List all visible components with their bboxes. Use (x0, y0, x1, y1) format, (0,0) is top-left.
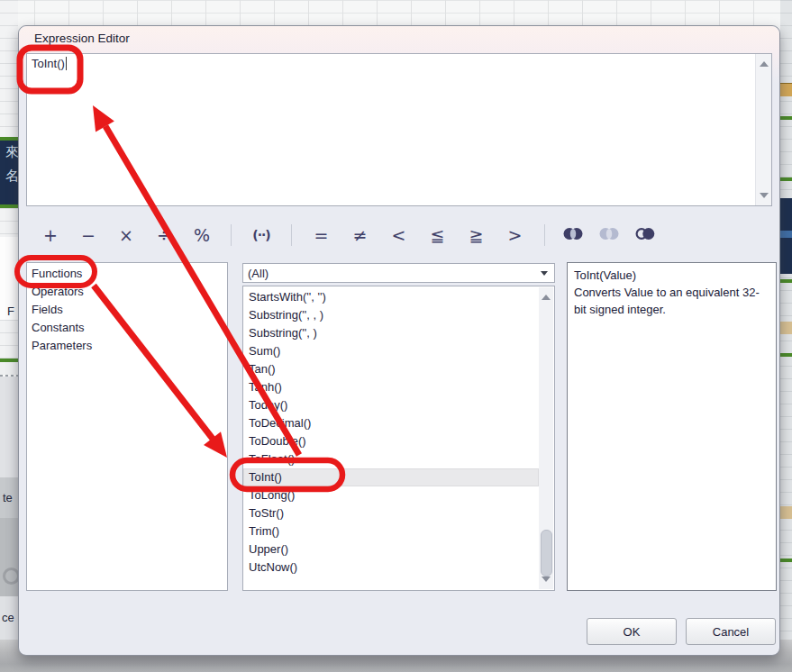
background-text: ce (2, 611, 14, 624)
text-cursor (66, 57, 67, 70)
expression-scrollbar[interactable] (755, 54, 771, 205)
expression-text: ToInt() (32, 57, 65, 70)
arithmetic-operator-button[interactable]: ÷ (145, 225, 183, 245)
background-right-strip (780, 0, 792, 640)
scroll-down-icon[interactable] (760, 193, 769, 198)
function-list-item[interactable]: ToFloat() (243, 450, 539, 468)
venn-and-icon[interactable] (555, 227, 591, 243)
background-fragment (0, 377, 18, 477)
comparison-operator-button[interactable]: ≧ (457, 225, 496, 245)
arithmetic-operator-button[interactable]: × (107, 225, 145, 245)
scroll-up-icon[interactable] (760, 61, 769, 67)
background-fragment: 來 名 (0, 141, 18, 204)
function-list-item[interactable]: ToDouble() (243, 432, 539, 450)
parentheses-button[interactable]: (··) (241, 228, 281, 242)
category-list-item[interactable]: Functions (27, 265, 227, 283)
function-list-item[interactable]: Substring('', , ) (243, 306, 539, 324)
function-list-item[interactable]: UtcNow() (243, 558, 539, 577)
scrollbar-thumb[interactable] (541, 530, 552, 577)
function-list-item[interactable]: Tanh() (243, 378, 539, 396)
function-list-item[interactable]: Tan() (243, 360, 539, 378)
category-list-item[interactable]: Parameters (27, 337, 227, 355)
background-fragment (780, 353, 792, 357)
background-left-strip: 來 名 F te ce (0, 0, 18, 672)
chevron-down-icon (541, 271, 548, 276)
background-icon (3, 568, 18, 585)
background-text: 來 (5, 141, 18, 164)
arithmetic-operator-button[interactable]: + (32, 225, 69, 245)
arithmetic-operator-button[interactable]: − (69, 225, 107, 245)
function-list-item[interactable]: ToInt() (243, 468, 539, 486)
function-list-item[interactable]: Substring('', ) (243, 324, 539, 342)
function-filter-dropdown[interactable]: (All) (242, 263, 555, 283)
function-list-item[interactable]: ToDecimal() (243, 414, 539, 432)
function-list-item[interactable]: ToStr() (243, 504, 539, 522)
function-signature: ToInt(Value) (574, 267, 769, 284)
background-fragment (780, 558, 792, 562)
comparison-operator-button[interactable]: ≦ (418, 225, 457, 245)
background-fragment (0, 362, 18, 375)
venn-not-icon[interactable] (627, 227, 663, 243)
ok-button[interactable]: OK (587, 618, 677, 645)
background-text: te (3, 491, 13, 504)
background-fragment (0, 320, 18, 359)
background-text: 名 (5, 164, 18, 187)
category-list-item[interactable]: Constants (27, 319, 227, 337)
operator-toolbar: +−×÷% (··) =≠<≦≧> (19, 217, 779, 253)
function-list-item[interactable]: Today() (243, 396, 539, 414)
toolbar-divider (544, 224, 545, 246)
dropdown-value: (All) (248, 266, 269, 281)
cancel-button[interactable]: Cancel (686, 618, 776, 645)
scroll-up-icon[interactable] (542, 295, 551, 300)
function-description: Converts Value to an equivalent 32-bit s… (574, 284, 769, 318)
toolbar-divider (231, 224, 232, 246)
background-grid (0, 0, 792, 25)
arithmetic-operator-button[interactable]: % (183, 225, 221, 245)
scroll-down-icon[interactable] (542, 577, 551, 582)
background-fragment (780, 83, 792, 96)
comparison-operator-button[interactable]: ≠ (341, 225, 379, 245)
background-fragment (780, 231, 792, 238)
background-fragment (780, 279, 792, 283)
function-list-item[interactable]: Sum() (243, 342, 539, 360)
background-fragment (780, 177, 792, 181)
expression-editor-dialog: Expression Editor ToInt() +−×÷% (··) =≠<… (18, 25, 780, 656)
category-list: FunctionsOperatorsFieldsConstantsParamet… (26, 262, 228, 591)
dialog-title: Expression Editor (34, 32, 130, 45)
function-list: StartsWith('', '')Substring('', , )Subst… (242, 286, 555, 591)
function-list-item[interactable]: StartsWith('', '') (243, 288, 539, 306)
comparison-operator-button[interactable]: = (302, 225, 341, 245)
expression-input[interactable]: ToInt() (26, 53, 772, 206)
category-list-item[interactable]: Operators (27, 283, 227, 301)
background-fragment (780, 506, 792, 519)
function-list-scrollbar[interactable] (539, 287, 553, 589)
comparison-operator-button[interactable]: > (496, 225, 534, 245)
background-fragment (780, 322, 792, 334)
toolbar-divider (291, 224, 292, 246)
venn-or-icon[interactable] (591, 227, 627, 243)
function-list-item[interactable]: Upper() (243, 540, 539, 558)
function-list-item[interactable]: ToLong() (243, 486, 539, 504)
comparison-operator-button[interactable]: < (379, 225, 418, 245)
background-text: F (7, 304, 14, 318)
background-fragment (0, 208, 18, 237)
category-list-item[interactable]: Fields (27, 301, 227, 319)
background-fragment (0, 518, 18, 596)
function-description-panel: ToInt(Value) Converts Value to an equiva… (567, 262, 777, 591)
function-list-item[interactable]: Trim() (243, 522, 539, 540)
background-fragment (0, 0, 18, 137)
background-fragment (780, 116, 792, 120)
